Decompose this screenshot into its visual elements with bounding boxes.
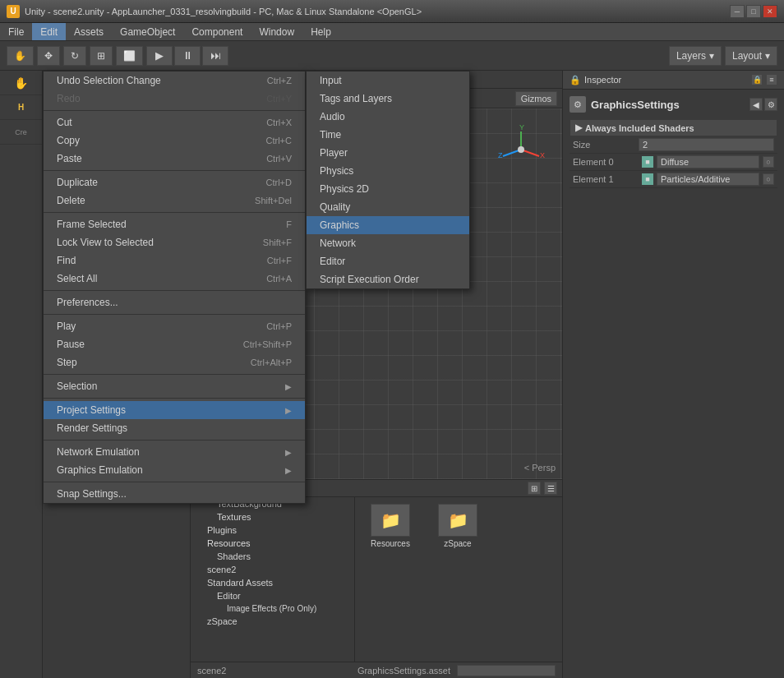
inspector-row-size: Size 2	[570, 136, 777, 154]
menu-gameobject[interactable]: GameObject	[112, 23, 183, 40]
submenu-time[interactable]: Time	[307, 126, 469, 144]
size-value[interactable]: 2	[639, 138, 774, 151]
menu-component[interactable]: Component	[183, 23, 251, 40]
app-icon: U	[7, 5, 20, 18]
asset-browser: TextBackground Textures Plugins Resource…	[191, 497, 562, 662]
menu-find[interactable]: Find Ctrl+F	[44, 251, 305, 270]
menu-render-settings[interactable]: Render Settings	[44, 419, 305, 437]
step-button[interactable]: ⏭	[202, 46, 228, 66]
inspector-obj-btn1[interactable]: ◀	[749, 98, 763, 111]
element1-value[interactable]: Particles/Additive	[657, 173, 759, 186]
shader-icon-0: ■	[642, 156, 653, 168]
menu-frame-selected[interactable]: Frame Selected F	[44, 215, 305, 233]
menu-lock-view[interactable]: Lock View to Selected Shift+F	[44, 233, 305, 251]
asset-tree-standard[interactable]: Standard Assets	[191, 576, 354, 589]
minimize-button[interactable]: ─	[730, 5, 745, 18]
submenu-editor[interactable]: Editor	[307, 252, 469, 270]
submenu-quality[interactable]: Quality	[307, 198, 469, 216]
asset-list-icon[interactable]: ☰	[544, 482, 557, 495]
element0-value[interactable]: Diffuse	[657, 155, 759, 168]
menu-graphics-emulation[interactable]: Graphics Emulation ▶	[44, 461, 305, 479]
menu-snap-settings[interactable]: Snap Settings...	[44, 485, 305, 503]
scale-tool-btn[interactable]: ⊞	[90, 46, 113, 66]
separator-6	[44, 374, 305, 375]
submenu-player[interactable]: Player	[307, 144, 469, 162]
selection-arrow-icon: ▶	[285, 382, 292, 391]
asset-item-zspace[interactable]: 📁 zSpace	[429, 504, 487, 548]
submenu-script-execution-order[interactable]: Script Execution Order	[307, 270, 469, 288]
rect-tool-btn[interactable]: ⬜	[116, 46, 143, 66]
left-sidebar: ✋ H Cre	[0, 71, 43, 678]
rotate-tool-btn[interactable]: ↻	[63, 46, 86, 66]
folder-icon-resources: 📁	[371, 504, 410, 537]
element1-btn[interactable]: ○	[763, 173, 774, 185]
asset-label-zspace: zSpace	[444, 539, 471, 548]
inspector-header-label: Inspector	[584, 75, 621, 85]
menu-undo[interactable]: Undo Selection Change Ctrl+Z	[44, 71, 305, 90]
submenu-network[interactable]: Network	[307, 234, 469, 252]
menu-delete[interactable]: Delete Shift+Del	[44, 191, 305, 210]
submenu-audio[interactable]: Audio	[307, 108, 469, 126]
scene-gizmos-btn[interactable]: Gizmos	[515, 91, 557, 106]
asset-tree-scene2[interactable]: scene2	[191, 563, 354, 576]
submenu-graphics[interactable]: Graphics	[307, 216, 469, 234]
menu-cut[interactable]: Cut Ctrl+X	[44, 113, 305, 131]
hand-tool-btn[interactable]: ✋	[7, 46, 34, 66]
menu-edit[interactable]: Edit	[32, 23, 66, 40]
inspector-menu-btn[interactable]: ≡	[766, 74, 777, 85]
asset-tree-zspace[interactable]: zSpace	[191, 615, 354, 628]
maximize-button[interactable]: □	[746, 5, 761, 18]
menu-step[interactable]: Step Ctrl+Alt+P	[44, 353, 305, 371]
inspector-object-title: GraphicsSettings	[591, 99, 680, 111]
menu-assets[interactable]: Assets	[66, 23, 112, 40]
graphics-settings-icon: ⚙	[570, 96, 586, 113]
separator-8	[44, 440, 305, 440]
layout-dropdown[interactable]: Layout ▾	[725, 46, 777, 66]
asset-content: 📁 Resources 📁 zSpace	[355, 497, 562, 662]
menu-play[interactable]: Play Ctrl+P	[44, 317, 305, 335]
menu-redo[interactable]: Redo Ctrl+Y	[44, 90, 305, 108]
submenu-physics2d[interactable]: Physics 2D	[307, 180, 469, 198]
asset-tree-shaders[interactable]: Shaders	[191, 550, 354, 563]
network-emulation-arrow-icon: ▶	[285, 448, 292, 457]
sidebar-tool-hand[interactable]: ✋	[0, 71, 42, 95]
sidebar-tool-h[interactable]: H	[0, 95, 42, 120]
menu-pause[interactable]: Pause Ctrl+Shift+P	[44, 335, 305, 353]
menu-paste[interactable]: Paste Ctrl+V	[44, 150, 305, 168]
menu-window[interactable]: Window	[251, 23, 302, 40]
submenu-input[interactable]: Input	[307, 71, 469, 90]
menu-network-emulation[interactable]: Network Emulation ▶	[44, 443, 305, 461]
asset-tree-editor[interactable]: Editor	[191, 589, 354, 602]
menu-help[interactable]: Help	[302, 23, 339, 40]
inspector-row-element1: Element 1 ■ Particles/Additive ○	[570, 171, 777, 188]
submenu-physics[interactable]: Physics	[307, 162, 469, 180]
layers-dropdown[interactable]: Layers ▾	[669, 46, 722, 66]
menu-selection[interactable]: Selection ▶	[44, 377, 305, 395]
inspector-lock-btn[interactable]: 🔒	[751, 74, 763, 85]
menu-preferences[interactable]: Preferences...	[44, 293, 305, 311]
inspector-obj-btn2[interactable]: ⚙	[764, 98, 777, 111]
play-button[interactable]: ▶	[146, 46, 173, 66]
move-tool-btn[interactable]: ✥	[37, 46, 60, 66]
asset-tree-resources[interactable]: Resources	[191, 537, 354, 550]
asset-tree-textures[interactable]: Textures	[191, 510, 354, 523]
inspector-section-header[interactable]: ▶ Always Included Shaders	[570, 119, 777, 136]
menu-file[interactable]: File	[0, 23, 32, 40]
menu-copy[interactable]: Copy Ctrl+C	[44, 131, 305, 150]
menu-project-settings[interactable]: Project Settings ▶	[44, 401, 305, 419]
asset-tree-imageeffects[interactable]: Image Effects (Pro Only)	[191, 602, 354, 615]
asset-item-resources[interactable]: 📁 Resources	[362, 504, 419, 548]
menu-duplicate[interactable]: Duplicate Ctrl+D	[44, 173, 305, 191]
inspector-header: 🔒 Inspector 🔒 ≡	[563, 71, 784, 90]
menu-select-all[interactable]: Select All Ctrl+A	[44, 270, 305, 288]
submenu-tags-layers[interactable]: Tags and Layers	[307, 90, 469, 108]
asset-tree-plugins[interactable]: Plugins	[191, 523, 354, 537]
pause-button[interactable]: ⏸	[174, 46, 201, 66]
asset-view-icon[interactable]: ⊞	[528, 482, 541, 495]
element0-btn[interactable]: ○	[763, 156, 774, 168]
asset-tree: TextBackground Textures Plugins Resource…	[191, 497, 355, 662]
play-controls: ▶ ⏸ ⏭	[146, 46, 228, 66]
svg-text:X: X	[540, 151, 545, 159]
close-button[interactable]: ✕	[763, 5, 777, 18]
separator-5	[44, 314, 305, 315]
